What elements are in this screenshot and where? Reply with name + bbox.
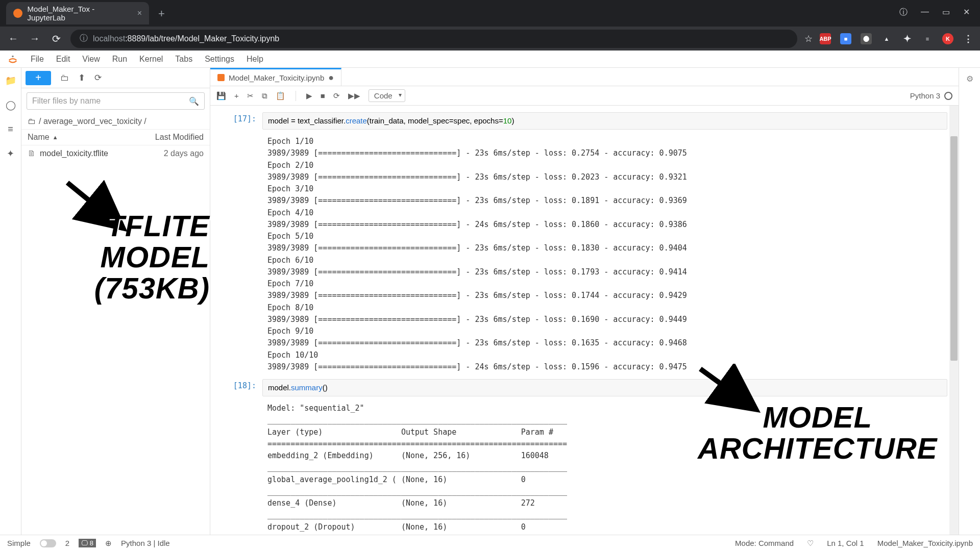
extensions-icon[interactable]: ✦ [901, 33, 913, 44]
col-header-modified[interactable]: Last Modified [155, 133, 204, 142]
save-icon[interactable]: 💾 [216, 91, 226, 101]
forward-button[interactable]: → [28, 33, 42, 44]
info-icon[interactable]: ⓘ [899, 7, 908, 18]
ext-icon-4[interactable]: ▲ [881, 33, 892, 44]
terminal-count-badge: 🖵 8 [79, 539, 96, 547]
upload-icon[interactable]: ⬆ [78, 72, 85, 83]
close-window-icon[interactable]: ✕ [963, 7, 970, 18]
profile-avatar[interactable]: K [942, 33, 953, 44]
col-header-name[interactable]: Name ▲ [28, 133, 155, 142]
annotation-architecture: MODEL ARCHITECTURE [698, 402, 938, 464]
run-icon[interactable]: ▶ [306, 91, 312, 101]
file-modified: 2 days ago [164, 149, 204, 158]
refresh-icon[interactable]: ⟳ [94, 72, 102, 83]
file-browser-panel: + 🗀 ⬆ ⟳ Filter files by name 🔍 🗀 / avera… [21, 68, 210, 535]
cut-icon[interactable]: ✂ [247, 91, 254, 101]
menu-tabs[interactable]: Tabs [175, 55, 192, 64]
insert-cell-icon[interactable]: + [234, 91, 239, 100]
new-folder-icon[interactable]: 🗀 [60, 73, 69, 83]
breadcrumb[interactable]: 🗀 / average_word_vec_toxicity / [21, 114, 210, 129]
restart-icon[interactable]: ⟳ [333, 91, 340, 101]
trust-icon[interactable]: ♡ [807, 539, 814, 548]
scrollbar-thumb[interactable] [950, 136, 958, 361]
prompt-17: [17]: [222, 112, 262, 130]
copy-icon[interactable]: ⧉ [262, 91, 267, 101]
simple-toggle[interactable] [40, 539, 56, 547]
status-file-name: Model_Maker_Toxicity.ipynb [877, 539, 973, 547]
site-info-icon[interactable]: ⓘ [80, 33, 88, 44]
back-button[interactable]: ← [6, 33, 20, 44]
ext-icon-2[interactable]: ■ [840, 33, 851, 44]
code-cell-18[interactable]: model.summary() [262, 379, 947, 396]
menu-run[interactable]: Run [112, 55, 127, 64]
url-path: :8889/lab/tree/Model_Maker_Toxicity.ipyn… [125, 34, 279, 43]
status-count-1: 2 [65, 539, 69, 547]
bookmark-icon[interactable]: ☆ [804, 33, 813, 44]
extensions-sidebar-icon[interactable]: ✦ [7, 148, 14, 159]
notebook-tab[interactable]: Model_Maker_Toxicity.ipynb ● [210, 68, 341, 86]
menu-kernel[interactable]: Kernel [139, 55, 163, 64]
stop-icon[interactable]: ■ [321, 91, 325, 100]
menu-settings[interactable]: Settings [205, 55, 234, 64]
tab-title: Model_Maker_Tox - JupyterLab [28, 5, 132, 22]
file-browser-icon[interactable]: 📁 [5, 75, 16, 86]
restart-run-all-icon[interactable]: ▶▶ [348, 91, 360, 101]
browser-tab[interactable]: Model_Maker_Tox - JupyterLab × [6, 2, 149, 24]
svg-point-0 [12, 55, 14, 57]
minimize-icon[interactable]: — [921, 7, 929, 18]
file-row[interactable]: 🗎 model_toxicity.tflite 2 days ago [21, 145, 210, 162]
menu-edit[interactable]: Edit [56, 55, 70, 64]
breadcrumb-path: / average_word_vec_toxicity / [39, 117, 146, 126]
reload-button[interactable]: ⟳ [49, 33, 63, 45]
menu-file[interactable]: File [31, 55, 44, 64]
annotation-tflite: TFLITE MODEL (753KB) [37, 211, 210, 304]
notebook-area: Model_Maker_Toxicity.ipynb ● 💾 + ✂ ⧉ 📋 ▶… [210, 68, 959, 535]
menu-icon[interactable]: ⋮ [963, 33, 974, 44]
cursor-position: Ln 1, Col 1 [827, 539, 864, 547]
menu-view[interactable]: View [82, 55, 100, 64]
file-name: model_toxicity.tflite [40, 149, 108, 158]
cell-type-select[interactable]: Code [369, 89, 405, 102]
reading-list-icon[interactable]: ≡ [922, 33, 933, 44]
right-rail: ⚙ [959, 68, 980, 535]
dirty-indicator: ● [328, 72, 334, 83]
new-tab-button[interactable]: + [149, 7, 174, 20]
notebook-tab-name: Model_Maker_Toxicity.ipynb [229, 73, 324, 82]
output-17: Epoch 1/10 3989/3989 [==================… [262, 133, 947, 376]
ext-abp-icon[interactable]: ABP [820, 33, 831, 44]
mode-indicator: Mode: Command [735, 539, 794, 547]
code-cell-17[interactable]: model = text_classifier.create(train_dat… [262, 112, 947, 130]
new-launcher-button[interactable]: + [26, 71, 51, 85]
notebook-toolbar: 💾 + ✂ ⧉ 📋 ▶ ■ ⟳ ▶▶ Code Python 3 [210, 86, 959, 106]
property-inspector-icon[interactable]: ⚙ [966, 74, 973, 84]
jupyter-favicon [13, 9, 22, 18]
notebook-content[interactable]: [17]: model = text_classifier.create(tra… [210, 106, 959, 535]
ext-icon-3[interactable]: ⬤ [861, 33, 872, 44]
scrollbar[interactable] [949, 106, 959, 535]
jupyter-menubar: File Edit View Run Kernel Tabs Settings … [0, 51, 980, 68]
paste-icon[interactable]: 📋 [276, 91, 285, 101]
maximize-icon[interactable]: ▭ [942, 7, 950, 18]
toc-icon[interactable]: ≡ [8, 124, 13, 135]
notebook-icon [217, 74, 225, 81]
search-icon: 🔍 [189, 96, 199, 106]
filter-files-input[interactable]: Filter files by name 🔍 [27, 92, 205, 110]
url-host: localhost [93, 34, 125, 43]
jupyter-logo [7, 54, 18, 65]
close-tab-icon[interactable]: × [137, 9, 142, 18]
running-icon[interactable]: ◯ [6, 99, 16, 111]
file-icon: 🗎 [28, 149, 36, 158]
folder-icon: 🗀 [28, 117, 36, 126]
menu-help[interactable]: Help [247, 55, 263, 64]
address-bar[interactable]: ⓘ localhost:8889/lab/tree/Model_Maker_To… [70, 30, 797, 48]
activity-bar: 📁 ◯ ≡ ✦ [0, 68, 21, 535]
filter-placeholder: Filter files by name [32, 96, 101, 106]
lsp-icon[interactable]: ⊕ [105, 539, 112, 548]
kernel-status-icon [944, 92, 952, 100]
prompt-18: [18]: [222, 379, 262, 396]
kernel-name[interactable]: Python 3 [910, 91, 940, 100]
status-bar: Simple 2 🖵 8 ⊕ Python 3 | Idle Mode: Com… [0, 535, 980, 551]
simple-label: Simple [7, 539, 31, 547]
kernel-status-text: Python 3 | Idle [121, 539, 170, 547]
